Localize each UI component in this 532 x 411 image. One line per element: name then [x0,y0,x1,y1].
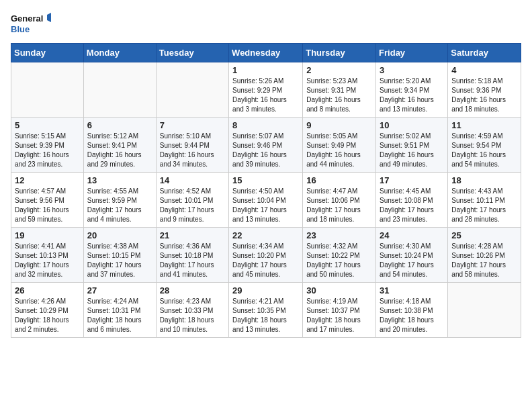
day-info: Sunrise: 4:26 AM Sunset: 10:29 PM Daylig… [15,297,80,334]
day-number: 25 [451,230,517,240]
day-info: Sunrise: 5:15 AM Sunset: 9:39 PM Dayligh… [15,132,80,169]
calendar-cell: 13Sunrise: 4:55 AM Sunset: 9:59 PM Dayli… [83,173,156,228]
day-info: Sunrise: 4:45 AM Sunset: 10:08 PM Daylig… [380,187,444,224]
day-info: Sunrise: 4:30 AM Sunset: 10:24 PM Daylig… [380,242,444,279]
day-header-thursday: Thursday [303,44,376,62]
day-info: Sunrise: 4:57 AM Sunset: 9:56 PM Dayligh… [15,187,80,224]
day-number: 29 [232,285,299,295]
calendar-cell: 11Sunrise: 4:59 AM Sunset: 9:54 PM Dayli… [448,118,521,173]
calendar-cell: 20Sunrise: 4:38 AM Sunset: 10:15 PM Dayl… [83,228,156,283]
calendar-cell: 29Sunrise: 4:21 AM Sunset: 10:35 PM Dayl… [229,283,303,338]
day-header-wednesday: Wednesday [229,44,303,62]
calendar-cell: 12Sunrise: 4:57 AM Sunset: 9:56 PM Dayli… [11,173,84,228]
day-info: Sunrise: 4:50 AM Sunset: 10:04 PM Daylig… [232,187,299,224]
day-header-friday: Friday [376,44,448,62]
day-info: Sunrise: 5:20 AM Sunset: 9:34 PM Dayligh… [380,77,444,114]
calendar-week-row: 12Sunrise: 4:57 AM Sunset: 9:56 PM Dayli… [11,173,521,228]
calendar-cell [448,283,521,338]
svg-text:Blue: Blue [11,24,30,34]
day-info: Sunrise: 4:59 AM Sunset: 9:54 PM Dayligh… [451,132,517,169]
day-number: 10 [380,120,444,130]
calendar-cell: 19Sunrise: 4:41 AM Sunset: 10:13 PM Dayl… [11,228,84,283]
calendar-cell: 1Sunrise: 5:26 AM Sunset: 9:29 PM Daylig… [229,62,303,118]
calendar-cell: 27Sunrise: 4:24 AM Sunset: 10:31 PM Dayl… [83,283,156,338]
calendar-cell: 8Sunrise: 5:07 AM Sunset: 9:46 PM Daylig… [229,118,303,173]
calendar-header-row: SundayMondayTuesdayWednesdayThursdayFrid… [11,44,521,62]
day-info: Sunrise: 5:23 AM Sunset: 9:31 PM Dayligh… [306,77,372,114]
calendar-cell: 4Sunrise: 5:18 AM Sunset: 9:36 PM Daylig… [448,62,521,118]
day-number: 15 [232,175,299,185]
day-number: 20 [87,230,152,240]
calendar-cell: 14Sunrise: 4:52 AM Sunset: 10:01 PM Dayl… [156,173,228,228]
day-info: Sunrise: 5:10 AM Sunset: 9:44 PM Dayligh… [160,132,225,169]
calendar-cell: 21Sunrise: 4:36 AM Sunset: 10:18 PM Dayl… [156,228,228,283]
day-number: 17 [380,175,444,185]
day-number: 1 [232,65,299,75]
day-info: Sunrise: 4:32 AM Sunset: 10:22 PM Daylig… [306,242,372,279]
day-number: 18 [451,175,517,185]
day-info: Sunrise: 4:18 AM Sunset: 10:38 PM Daylig… [380,297,444,334]
day-info: Sunrise: 4:36 AM Sunset: 10:18 PM Daylig… [160,242,225,279]
day-info: Sunrise: 4:41 AM Sunset: 10:13 PM Daylig… [15,242,80,279]
calendar-cell: 26Sunrise: 4:26 AM Sunset: 10:29 PM Dayl… [11,283,84,338]
calendar-cell: 25Sunrise: 4:28 AM Sunset: 10:26 PM Dayl… [448,228,521,283]
calendar-cell: 24Sunrise: 4:30 AM Sunset: 10:24 PM Dayl… [376,228,448,283]
calendar-cell: 18Sunrise: 4:43 AM Sunset: 10:11 PM Dayl… [448,173,521,228]
calendar-cell [11,62,84,118]
logo-svg: General Blue [11,11,51,36]
day-number: 21 [160,230,225,240]
day-number: 3 [380,65,444,75]
calendar-cell: 16Sunrise: 4:47 AM Sunset: 10:06 PM Dayl… [303,173,376,228]
day-number: 28 [160,285,225,295]
calendar-cell [83,62,156,118]
calendar-cell: 15Sunrise: 4:50 AM Sunset: 10:04 PM Dayl… [229,173,303,228]
day-header-tuesday: Tuesday [156,44,228,62]
day-number: 6 [87,120,152,130]
day-number: 19 [15,230,80,240]
day-info: Sunrise: 5:12 AM Sunset: 9:41 PM Dayligh… [87,132,152,169]
page-header: General Blue [11,11,521,36]
calendar-cell: 28Sunrise: 4:23 AM Sunset: 10:33 PM Dayl… [156,283,228,338]
day-info: Sunrise: 4:28 AM Sunset: 10:26 PM Daylig… [451,242,517,279]
day-info: Sunrise: 4:43 AM Sunset: 10:11 PM Daylig… [451,187,517,224]
calendar-cell: 9Sunrise: 5:05 AM Sunset: 9:49 PM Daylig… [303,118,376,173]
day-info: Sunrise: 5:07 AM Sunset: 9:46 PM Dayligh… [232,132,299,169]
calendar-week-row: 1Sunrise: 5:26 AM Sunset: 9:29 PM Daylig… [11,62,521,118]
day-number: 23 [306,230,372,240]
day-number: 11 [451,120,517,130]
calendar-week-row: 5Sunrise: 5:15 AM Sunset: 9:39 PM Daylig… [11,118,521,173]
day-number: 4 [451,65,517,75]
day-number: 8 [232,120,299,130]
day-header-sunday: Sunday [11,44,84,62]
day-header-saturday: Saturday [448,44,521,62]
day-number: 22 [232,230,299,240]
day-info: Sunrise: 4:23 AM Sunset: 10:33 PM Daylig… [160,297,225,334]
day-info: Sunrise: 4:24 AM Sunset: 10:31 PM Daylig… [87,297,152,334]
calendar-cell: 3Sunrise: 5:20 AM Sunset: 9:34 PM Daylig… [376,62,448,118]
calendar-cell: 23Sunrise: 4:32 AM Sunset: 10:22 PM Dayl… [303,228,376,283]
day-info: Sunrise: 5:18 AM Sunset: 9:36 PM Dayligh… [451,77,517,114]
day-number: 12 [15,175,80,185]
calendar-cell: 5Sunrise: 5:15 AM Sunset: 9:39 PM Daylig… [11,118,84,173]
day-number: 26 [15,285,80,295]
calendar-cell: 30Sunrise: 4:19 AM Sunset: 10:37 PM Dayl… [303,283,376,338]
svg-marker-2 [47,12,51,23]
day-number: 24 [380,230,444,240]
calendar-table: SundayMondayTuesdayWednesdayThursdayFrid… [11,43,521,338]
day-info: Sunrise: 5:26 AM Sunset: 9:29 PM Dayligh… [232,77,299,114]
day-info: Sunrise: 4:47 AM Sunset: 10:06 PM Daylig… [306,187,372,224]
day-number: 9 [306,120,372,130]
day-header-monday: Monday [83,44,156,62]
day-info: Sunrise: 5:05 AM Sunset: 9:49 PM Dayligh… [306,132,372,169]
calendar-week-row: 26Sunrise: 4:26 AM Sunset: 10:29 PM Dayl… [11,283,521,338]
calendar-cell: 31Sunrise: 4:18 AM Sunset: 10:38 PM Dayl… [376,283,448,338]
day-number: 5 [15,120,80,130]
day-info: Sunrise: 4:38 AM Sunset: 10:15 PM Daylig… [87,242,152,279]
day-number: 16 [306,175,372,185]
day-info: Sunrise: 4:21 AM Sunset: 10:35 PM Daylig… [232,297,299,334]
calendar-week-row: 19Sunrise: 4:41 AM Sunset: 10:13 PM Dayl… [11,228,521,283]
calendar-cell: 10Sunrise: 5:02 AM Sunset: 9:51 PM Dayli… [376,118,448,173]
day-number: 2 [306,65,372,75]
day-info: Sunrise: 5:02 AM Sunset: 9:51 PM Dayligh… [380,132,444,169]
day-number: 30 [306,285,372,295]
